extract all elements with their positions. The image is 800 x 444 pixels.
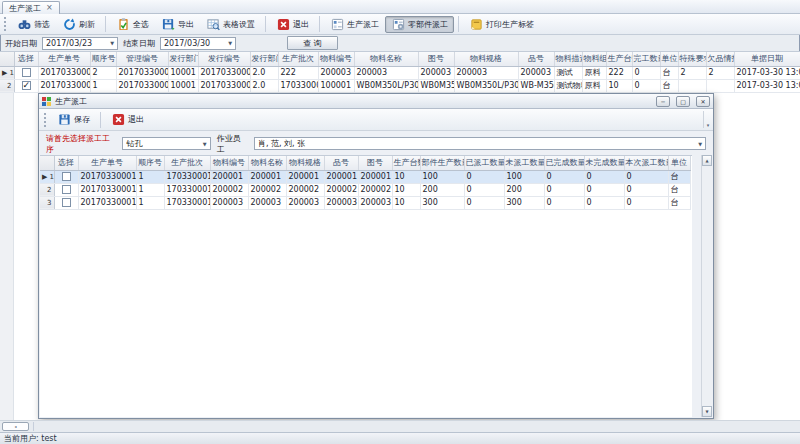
row-select-cell[interactable] [54, 196, 78, 209]
row-select-cell[interactable] [14, 79, 38, 92]
table-row[interactable]: 2201703300011201703300011000120170330001… [0, 79, 800, 92]
parts-dispatch-button[interactable]: 零部件派工 [385, 16, 454, 33]
cell: 0 [624, 183, 668, 196]
horizontal-scrollbar[interactable]: ◂ [0, 420, 800, 432]
column-header[interactable]: 部件生产数量 [420, 156, 464, 170]
maximize-button[interactable]: ▢ [676, 96, 690, 107]
column-header[interactable]: 已派工数量 [464, 156, 504, 170]
query-button[interactable]: 查 询 [287, 36, 338, 50]
tab-close-icon[interactable]: × [46, 4, 53, 12]
column-header[interactable]: 物料描述 [554, 52, 582, 66]
column-header[interactable]: 选择 [54, 156, 78, 170]
chevron-down-icon[interactable]: ▼ [698, 141, 702, 147]
cell: 200 [420, 183, 464, 196]
checkbox-unchecked[interactable] [22, 68, 31, 77]
export-button[interactable]: 导出 [155, 16, 200, 33]
cell: 0 [544, 170, 584, 183]
tab-production-dispatch[interactable]: 生产派工 × [2, 1, 60, 14]
column-header[interactable]: 本次派工数量 [624, 156, 668, 170]
column-header[interactable]: 选择 [14, 52, 38, 66]
column-header[interactable]: 未完成数量 [584, 156, 624, 170]
column-header[interactable]: 未派工数量 [504, 156, 544, 170]
chevron-down-icon[interactable]: ▼ [228, 40, 232, 46]
scroll-down-icon[interactable]: ▼ [702, 406, 712, 417]
column-header[interactable]: 已完成数量 [544, 156, 584, 170]
checkbox-unchecked[interactable] [62, 172, 71, 181]
column-header[interactable]: 物料组 [582, 52, 606, 66]
column-header[interactable]: 物料编号 [210, 156, 248, 170]
checkbox-checked[interactable] [22, 81, 31, 90]
toolbar-overflow-icon[interactable]: ▾ [703, 111, 712, 128]
worker-combo[interactable]: 肖, 范, 刘, 张 ▼ [254, 137, 706, 150]
vertical-scrollbar[interactable]: ▲ ▼ [701, 155, 712, 417]
column-header[interactable]: 发行部门 [250, 52, 278, 66]
column-header[interactable]: 特殊要求 [678, 52, 706, 66]
cell: 300 [420, 196, 464, 209]
exit-button[interactable]: 退出 [270, 16, 315, 33]
row-select-cell[interactable] [14, 66, 38, 79]
column-header[interactable]: 生产单号 [38, 52, 90, 66]
column-header[interactable]: 发行编号 [198, 52, 250, 66]
minimize-button[interactable]: ─ [656, 96, 670, 107]
column-header[interactable]: 顺序号 [90, 52, 116, 66]
print-label-button[interactable]: 打印生产标签 [463, 16, 540, 33]
checkbox-unchecked[interactable] [62, 198, 71, 207]
column-header[interactable]: 发行部门 [168, 52, 198, 66]
cell: 10001 [168, 66, 198, 79]
column-header[interactable] [0, 52, 14, 66]
process-combo[interactable]: 钻孔 ▼ [122, 137, 210, 150]
checkbox-unchecked[interactable] [62, 185, 71, 194]
button-label: 筛选 [34, 19, 50, 30]
filter-button[interactable]: 筛选 [11, 16, 56, 33]
cell: 20170330001 [78, 170, 136, 183]
chevron-down-icon[interactable]: ▼ [203, 141, 207, 147]
column-header[interactable]: 物料编号 [318, 52, 354, 66]
column-header[interactable]: 图号 [358, 156, 392, 170]
cell: 200003 [286, 196, 324, 209]
column-header[interactable] [40, 156, 54, 170]
column-header[interactable]: 物料名称 [354, 52, 418, 66]
column-header[interactable]: 物料规格 [454, 52, 518, 66]
close-button[interactable]: ✕ [696, 96, 710, 107]
column-header[interactable]: 图号 [418, 52, 454, 66]
column-header[interactable]: 品号 [518, 52, 554, 66]
cell: 1 [136, 183, 164, 196]
table-settings-button[interactable]: 表格设置 [200, 16, 261, 33]
scroll-up-icon[interactable]: ▲ [702, 155, 712, 166]
end-date-combo[interactable]: 2017/03/30 ▼ [160, 37, 236, 50]
column-header[interactable]: 欠品情报 [706, 52, 734, 66]
table-row[interactable]: ▶ 12017033000122017033000110001201703300… [0, 66, 800, 79]
column-header[interactable]: 管理编号 [116, 52, 168, 66]
table-row[interactable]: 2201703300011170330001200002200002200002… [40, 183, 690, 196]
dialog-exit-button[interactable]: 退出 [105, 111, 150, 128]
column-header[interactable]: 生产批次 [278, 52, 318, 66]
production-dispatch-button[interactable]: 生产派工 [324, 16, 385, 33]
column-header[interactable]: 单位 [660, 52, 678, 66]
row-select-cell[interactable] [54, 183, 78, 196]
scrollbar-thumb[interactable]: ◂ [2, 422, 29, 431]
column-header[interactable]: 物料名称 [248, 156, 286, 170]
cell: 2 [90, 66, 116, 79]
column-header[interactable]: 完工数量 [632, 52, 660, 66]
column-header[interactable]: 生产批次 [164, 156, 210, 170]
toolbar-separator [319, 16, 320, 32]
refresh-button[interactable]: 刷新 [56, 16, 101, 33]
column-header[interactable]: 生产台数 [606, 52, 632, 66]
table-row[interactable]: 3201703300011170330001200003200003200003… [40, 196, 690, 209]
column-header[interactable]: 生产台数 [392, 156, 420, 170]
start-date-combo[interactable]: 2017/03/23 ▼ [42, 37, 118, 50]
column-header[interactable]: 顺序号 [136, 156, 164, 170]
dialog-title-bar[interactable]: 生产派工 ─ ▢ ✕ [39, 94, 713, 109]
row-select-cell[interactable] [54, 170, 78, 183]
cell: 20170330001 [116, 66, 168, 79]
save-button[interactable]: 保存 [51, 111, 96, 128]
select-all-button[interactable]: 全选 [110, 16, 155, 33]
column-header[interactable]: 单位 [668, 156, 690, 170]
column-header[interactable]: 物料规格 [286, 156, 324, 170]
chevron-down-icon[interactable]: ▼ [110, 40, 114, 46]
table-row[interactable]: ▶ 12017033000111703300012000012000012000… [40, 170, 690, 183]
column-header[interactable]: 品号 [324, 156, 358, 170]
column-header[interactable]: 单据日期 [734, 52, 800, 66]
column-header[interactable]: 生产单号 [78, 156, 136, 170]
parts-dispatch-icon [391, 17, 405, 31]
